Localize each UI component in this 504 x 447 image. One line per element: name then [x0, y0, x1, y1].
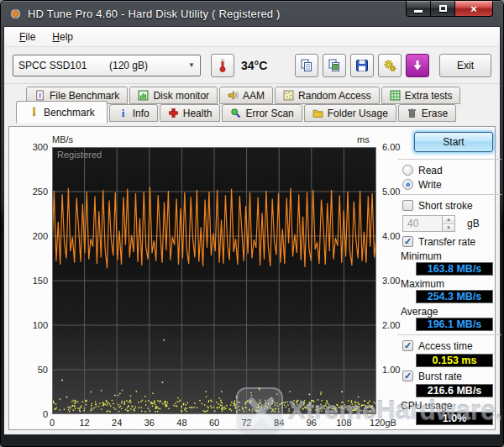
- thermometer-icon: [216, 58, 229, 73]
- client-area: FileHelp SPCC SSD101 (120 gB) ▼ 34°C: [3, 26, 501, 435]
- drive-select[interactable]: SPCC SSD101 (120 gB) ▼: [13, 55, 201, 76]
- write-radio-circle: [402, 179, 413, 190]
- copy-text-icon: [299, 58, 314, 73]
- save-button[interactable]: [350, 54, 374, 77]
- side-panel: Start Read Write Short stroke 40: [396, 130, 503, 428]
- x-axis-tick: 48: [176, 418, 186, 428]
- menu-item-help[interactable]: Help: [44, 29, 81, 45]
- y-left-tick: 250: [19, 187, 48, 197]
- save-icon: [354, 58, 370, 73]
- tab-label: Error Scan: [245, 108, 293, 119]
- tab-aam[interactable]: AAM: [219, 87, 273, 104]
- tab-label: Erase: [422, 108, 448, 119]
- drive-capacity: (120 gB): [109, 60, 148, 71]
- y-left-tick: 100: [19, 320, 48, 330]
- tab-label: Health: [183, 108, 213, 119]
- x-axis-tick: 24: [112, 418, 122, 428]
- download-button[interactable]: [406, 54, 429, 77]
- short-stroke-checkbox[interactable]: Short stroke: [402, 199, 503, 212]
- spinner-buttons[interactable]: ▲ ▼: [443, 215, 455, 232]
- burst-rate-checkbox[interactable]: ✓ Burst rate: [402, 370, 503, 382]
- average-value: 196.1 MB/s: [416, 318, 493, 331]
- read-radio[interactable]: Read: [402, 164, 503, 176]
- access-time-checkbox-box: ✓: [402, 340, 413, 351]
- x-axis-tick: 120gB: [370, 418, 396, 428]
- tab-extra-tests[interactable]: Extra tests: [381, 87, 461, 104]
- transfer-rate-checkbox[interactable]: ✓ Transfer rate: [402, 235, 503, 248]
- app-window: HD Tune Pro 4.60 - Hard Disk Utility ( R…: [0, 0, 504, 447]
- y-left-tick: 300: [19, 142, 48, 152]
- maximize-button[interactable]: [431, 1, 455, 17]
- drive-model: SPCC SSD101: [18, 60, 109, 71]
- spin-down-icon[interactable]: ▼: [443, 224, 454, 232]
- maximum-value: 254.3 MB/s: [416, 290, 493, 303]
- minimize-icon: [414, 10, 423, 13]
- tab-random-access[interactable]: Random Access: [275, 87, 380, 104]
- registered-watermark: Registered: [57, 150, 102, 160]
- chart-plot-area: [52, 147, 376, 414]
- read-label: Read: [418, 165, 443, 176]
- minimize-button[interactable]: [406, 1, 431, 17]
- separator: [397, 334, 501, 335]
- folder-usage-icon: [312, 108, 323, 118]
- y-left-tick: 150: [19, 276, 48, 286]
- exit-button[interactable]: Exit: [439, 54, 491, 77]
- burst-rate-checkbox-box: ✓: [402, 371, 413, 381]
- start-label: Start: [443, 136, 464, 148]
- benchmark-panel: MB/s ms Registered 3002502001501005006.0…: [8, 126, 496, 430]
- burst-rate-label: Burst rate: [418, 371, 462, 382]
- tab-label: Info: [133, 108, 150, 119]
- tab-info[interactable]: iInfo: [109, 104, 158, 122]
- tab-label: Random Access: [298, 90, 371, 102]
- info-icon: i: [118, 108, 129, 118]
- burst-rate-value: 216.6 MB/s: [416, 384, 493, 397]
- write-label: Write: [418, 179, 442, 191]
- file-benchmark-icon: !: [34, 90, 45, 101]
- separator: [397, 159, 501, 160]
- tab-erase[interactable]: Erase: [398, 104, 456, 122]
- y-left-tick: 50: [19, 365, 48, 375]
- y-right-axis-title: ms: [357, 134, 370, 145]
- svg-text:!: !: [32, 107, 36, 118]
- short-stroke-label: Short stroke: [418, 200, 473, 212]
- write-radio[interactable]: Write: [402, 178, 503, 191]
- tab-label: Folder Usage: [328, 108, 388, 119]
- svg-text:!: !: [39, 91, 41, 100]
- transfer-rate-checkbox-box: ✓: [402, 236, 413, 247]
- cpu-usage-value: 1.0%: [416, 412, 493, 425]
- spin-up-icon[interactable]: ▲: [443, 216, 454, 224]
- app-icon: [9, 8, 22, 20]
- access-time-checkbox[interactable]: ✓ Access time: [402, 339, 503, 352]
- capacity-spinner[interactable]: 40 ▲ ▼ gB: [402, 215, 503, 232]
- access-time-value: 0.153 ms: [416, 354, 493, 367]
- close-button[interactable]: ×: [455, 1, 493, 17]
- cpu-usage-label: CPU usage: [401, 400, 503, 411]
- extra-tests-icon: [390, 90, 401, 101]
- temperature-button[interactable]: [211, 54, 234, 77]
- options-button[interactable]: [378, 54, 402, 77]
- window-title: HD Tune Pro 4.60 - Hard Disk Utility ( R…: [28, 8, 281, 20]
- aam-icon: [228, 90, 239, 101]
- tab-health[interactable]: Health: [160, 104, 221, 122]
- error-scan-icon: [230, 108, 241, 118]
- transfer-rate-label: Transfer rate: [418, 236, 475, 248]
- tab-error-scan[interactable]: Error Scan: [222, 104, 302, 122]
- tab-folder-usage[interactable]: Folder Usage: [304, 104, 396, 122]
- x-axis-tick: 12: [79, 418, 89, 428]
- tab-label: Benchmark: [44, 107, 95, 118]
- start-button[interactable]: Start: [414, 132, 493, 152]
- tab-benchmark[interactable]: !Benchmark: [16, 101, 108, 124]
- tab-disk-monitor[interactable]: Disk monitor: [129, 87, 218, 104]
- copy-image-button[interactable]: [323, 54, 346, 77]
- title-bar[interactable]: HD Tune Pro 4.60 - Hard Disk Utility ( R…: [1, 1, 503, 26]
- short-stroke-checkbox-box: [402, 200, 413, 211]
- capacity-input[interactable]: 40: [402, 215, 443, 232]
- x-axis-tick: 36: [144, 418, 155, 428]
- x-axis-tick: 108: [336, 418, 351, 428]
- tab-strip: !File BenchmarkDisk monitorAAMRandom Acc…: [4, 84, 500, 126]
- menu-bar: FileHelp: [4, 27, 500, 47]
- benchmark-chart: Registered: [52, 147, 376, 414]
- tab-label: AAM: [243, 90, 265, 102]
- copy-text-button[interactable]: [295, 54, 318, 77]
- menu-item-file[interactable]: File: [11, 29, 44, 45]
